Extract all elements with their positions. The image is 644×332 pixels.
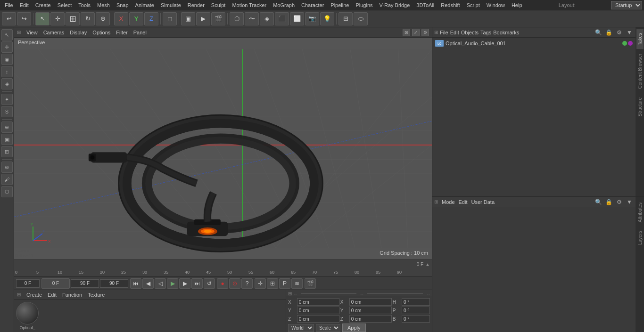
sidebar-move[interactable]: ✛ bbox=[1, 41, 13, 53]
pb-goto-end[interactable]: ⏭ bbox=[191, 278, 203, 289]
menu-mesh[interactable]: Mesh bbox=[94, 1, 113, 9]
obj-menu-tags[interactable]: Tags bbox=[480, 30, 491, 35]
transform-tool-button[interactable]: ⊕ bbox=[96, 12, 110, 25]
z-size-field[interactable] bbox=[349, 315, 392, 323]
sidebar-paint[interactable]: 🖌 bbox=[1, 174, 13, 185]
menu-script[interactable]: Script bbox=[464, 1, 483, 9]
attr-search-icon[interactable]: 🔍 bbox=[594, 198, 603, 206]
viewport-menu-filter[interactable]: Filter bbox=[116, 30, 127, 35]
pb-input-field-1[interactable]: 0 F bbox=[41, 278, 70, 289]
obj-collapse-icon[interactable]: ▼ bbox=[625, 28, 634, 37]
pb-scale-keys[interactable]: ⊞ bbox=[267, 278, 278, 289]
coord-world-dropdown[interactable]: World Object bbox=[288, 324, 314, 332]
pb-move-keys[interactable]: ✛ bbox=[255, 278, 266, 289]
pb-step-back[interactable]: ◀ bbox=[142, 278, 154, 289]
obj-dot-purple[interactable] bbox=[628, 41, 633, 46]
menu-animate[interactable]: Animate bbox=[132, 1, 157, 9]
menu-pipeline[interactable]: Pipeline bbox=[328, 1, 352, 9]
generator-button[interactable]: ◈ bbox=[260, 12, 274, 25]
attr-expand-icon[interactable]: ▼ bbox=[625, 198, 634, 206]
menu-motion-tracker[interactable]: Motion Tracker bbox=[229, 1, 269, 9]
menu-simulate[interactable]: Simulate bbox=[158, 1, 184, 9]
obj-menu-bookmarks[interactable]: Bookmarks bbox=[493, 30, 519, 35]
y-axis-button[interactable]: Y bbox=[129, 12, 143, 25]
b-field[interactable] bbox=[402, 315, 430, 323]
pb-loop[interactable]: ↺ bbox=[204, 278, 215, 289]
playback-frame-end2[interactable] bbox=[100, 279, 128, 288]
attr-lock-icon[interactable]: 🔒 bbox=[604, 198, 613, 206]
attr-settings-icon[interactable]: ⚙ bbox=[615, 198, 623, 206]
select-tool-button[interactable]: ↖ bbox=[35, 12, 50, 25]
obj-menu-objects[interactable]: Objects bbox=[461, 30, 479, 35]
render-picture-button[interactable]: 🎬 bbox=[211, 12, 225, 25]
viewport-menu-display[interactable]: Display bbox=[70, 30, 87, 35]
move-tool-button[interactable]: ✛ bbox=[50, 12, 65, 25]
menu-help[interactable]: Help bbox=[509, 1, 525, 9]
viewport-menu-options[interactable]: Options bbox=[92, 30, 110, 35]
menu-edit[interactable]: Edit bbox=[17, 1, 32, 9]
y-pos-field[interactable] bbox=[297, 307, 339, 314]
sidebar-tool7[interactable]: ⊗ bbox=[1, 162, 13, 173]
tab-takes[interactable]: Takes bbox=[636, 29, 644, 49]
sidebar-tool5[interactable]: ▣ bbox=[1, 134, 13, 145]
obj-menu-file[interactable]: File bbox=[440, 30, 448, 35]
sidebar-tool1[interactable]: ◈ bbox=[1, 78, 13, 89]
undo-button[interactable]: ↩ bbox=[2, 12, 16, 25]
sidebar-scale[interactable]: ↕ bbox=[1, 66, 13, 77]
viewport-ctrl-settings[interactable]: ⚙ bbox=[421, 29, 429, 36]
attr-menu-mode[interactable]: Mode bbox=[442, 199, 455, 205]
menu-render[interactable]: Render bbox=[185, 1, 207, 9]
menu-tools[interactable]: Tools bbox=[75, 1, 93, 9]
scene-button[interactable]: ⬜ bbox=[290, 12, 304, 25]
z-axis-button[interactable]: Z bbox=[144, 12, 158, 25]
pb-preview[interactable]: P bbox=[279, 278, 290, 289]
spline-button[interactable]: 〜 bbox=[245, 12, 259, 25]
x-size-field[interactable] bbox=[349, 298, 392, 306]
sidebar-tool3[interactable]: S bbox=[1, 106, 13, 117]
material-item[interactable]: Optical_ bbox=[16, 302, 39, 330]
pb-play-back[interactable]: ◁ bbox=[155, 278, 166, 289]
sidebar-rotate[interactable]: ◉ bbox=[1, 54, 13, 65]
sidebar-tool6[interactable]: ⊞ bbox=[1, 146, 13, 157]
viewport-menu-cameras[interactable]: Cameras bbox=[43, 30, 65, 35]
coord-scale-dropdown[interactable]: Scale bbox=[316, 324, 340, 332]
layout-select[interactable]: Startup bbox=[611, 1, 642, 9]
pb-goto-start[interactable]: ⏮ bbox=[130, 278, 141, 289]
timeline-ruler[interactable]: 0 5 10 15 20 25 30 35 40 45 50 55 60 65 … bbox=[14, 260, 432, 276]
render-view-button[interactable]: ▶ bbox=[196, 12, 210, 25]
pb-play[interactable]: ▶ bbox=[167, 278, 178, 289]
viewport-ctrl-maximize[interactable]: ⊠ bbox=[403, 29, 410, 36]
camera-button[interactable]: 📷 bbox=[305, 12, 319, 25]
rotate-tool-button[interactable]: ↻ bbox=[81, 12, 95, 25]
viewport[interactable]: Perspective Grid Spacing : 10 cm Y X Z M… bbox=[14, 38, 432, 259]
pb-key-sel[interactable]: ? bbox=[241, 278, 253, 289]
obj-dot-green[interactable] bbox=[622, 41, 627, 46]
mat-menu-create[interactable]: Create bbox=[26, 292, 42, 298]
menu-plugins[interactable]: Plugins bbox=[353, 1, 375, 9]
apply-button[interactable]: Apply bbox=[342, 324, 366, 332]
obj-search-icon[interactable]: 🔍 bbox=[594, 28, 603, 37]
obj-settings-icon[interactable]: ⚙ bbox=[615, 28, 623, 37]
attr-menu-edit[interactable]: Edit bbox=[459, 199, 468, 205]
light-button[interactable]: 💡 bbox=[320, 12, 334, 25]
attr-menu-user-data[interactable]: User Data bbox=[471, 199, 495, 205]
pb-step-fwd[interactable]: ▶ bbox=[179, 278, 190, 289]
tab-layers[interactable]: Layers bbox=[636, 227, 644, 249]
obj-lock-icon[interactable]: 🔒 bbox=[604, 28, 613, 37]
menu-vray[interactable]: V-Ray Bridge bbox=[377, 1, 413, 9]
y-size-field[interactable] bbox=[349, 307, 392, 314]
menu-sculpt[interactable]: Sculpt bbox=[208, 1, 229, 9]
object-mode-button[interactable]: ◻ bbox=[163, 12, 177, 25]
menu-create[interactable]: Create bbox=[33, 1, 54, 9]
viewport-menu-panel[interactable]: Panel bbox=[133, 30, 147, 35]
menu-window[interactable]: Window bbox=[484, 1, 508, 9]
geometry-button[interactable]: ⬡ bbox=[230, 12, 244, 25]
pb-motion[interactable]: ≋ bbox=[291, 278, 303, 289]
menu-select[interactable]: Select bbox=[55, 1, 75, 9]
menu-character[interactable]: Character bbox=[298, 1, 327, 9]
obj-menu-edit[interactable]: Edit bbox=[450, 30, 459, 35]
pb-record-auto[interactable]: ⊙ bbox=[229, 278, 240, 289]
tab-structure[interactable]: Structure bbox=[636, 94, 644, 121]
sky-button[interactable]: ⬭ bbox=[354, 12, 368, 25]
sidebar-sculpt[interactable]: ⬡ bbox=[1, 186, 13, 197]
